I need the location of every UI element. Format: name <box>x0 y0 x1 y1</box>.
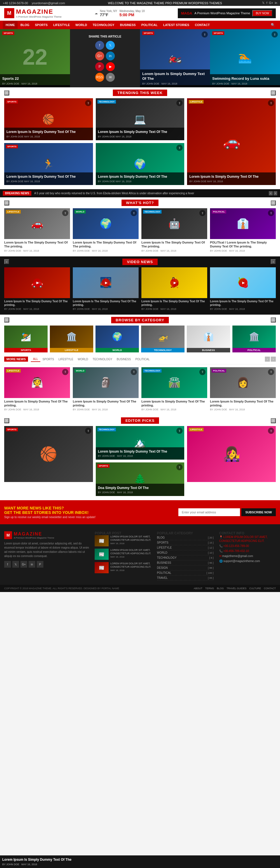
contact-email[interactable]: ✉ magiztheme@gmail.com <box>219 554 276 558</box>
hero-item-3[interactable]: 🏊 SPORTS ⇧ Swimming Record by Luna sukia… <box>210 29 280 87</box>
share-youtube[interactable]: ▶ <box>106 62 115 71</box>
list-item[interactable]: 📰 LOREM IPSUM DOLOR SIT AMET, CONSECTETU… <box>95 549 151 560</box>
list-item[interactable]: 📰 LOREM IPSUM DOLOR SIT AMET, CONSECTETU… <box>95 562 151 573</box>
list-item[interactable]: 👰 LIFESTYLE ⇧ Lorem Ipsum Is Simply Dumm… <box>4 367 70 411</box>
newsletter-email-input[interactable] <box>178 508 240 516</box>
nav-technology[interactable]: TECHNOLOGY <box>90 21 117 29</box>
list-item[interactable]: 🏀 SPORTS ⇧ Lorem Ipsum Is Simply Dummy T… <box>4 426 93 496</box>
trending-share[interactable]: ⇧ <box>177 100 183 106</box>
nav-blog[interactable]: BLOG <box>18 21 32 29</box>
list-item[interactable]: 🤖 TECHNOLOGY ⇧ Lorem Ipsum Is The Simply… <box>142 208 207 252</box>
footer-link-culture[interactable]: CULTURE <box>249 587 261 590</box>
tab-lifestyle[interactable]: LIFESTYLE <box>56 357 75 362</box>
share-facebook[interactable]: f <box>95 41 104 50</box>
trending-share[interactable]: ⇧ <box>85 100 91 106</box>
list-item[interactable]: 💃 ▶ Lorem Ipsum Is The Simply Dummy Text… <box>142 267 207 310</box>
footer-facebook[interactable]: f <box>4 561 11 568</box>
list-item[interactable]: 🏔️ TECHNOLOGY ⇧ Lorem Ipsum Is Simply Du… <box>96 426 185 460</box>
nav-world[interactable]: WORLD <box>72 21 90 29</box>
share-email[interactable]: ✉ <box>106 73 115 82</box>
list-item[interactable]: 👩 POLITICAL ⇧ Lorem Ipsum Is Simply Dumm… <box>210 367 276 411</box>
list-item[interactable]: 🚗 ▶ Lorem Ipsum Is The Simply Dummy Text… <box>4 267 70 310</box>
contact-website[interactable]: 🌐 support@magazintheme.com <box>219 559 276 563</box>
linkedin-icon[interactable]: in <box>275 1 277 5</box>
list-item[interactable]: 🌍 ⇧ Lorem Ipsum Is Simply Dummy Text Of … <box>96 143 185 185</box>
footer-googleplus[interactable]: G+ <box>21 561 27 568</box>
hero-share-2[interactable]: ⇧ <box>201 31 208 37</box>
list-item[interactable]: 🌲 SPORTS ⇧ Doa Simply Dummy Text Of The … <box>96 462 185 496</box>
news-share[interactable]: ⇧ <box>199 369 206 375</box>
list-item[interactable]: 📰 LOREM IPSUM DOLOR SIT AMET, CONSECTETU… <box>95 535 151 547</box>
category-item-travel[interactable]: TRAVEL [ 05 ] <box>157 576 214 581</box>
footer-twitter[interactable]: 𝕏 <box>12 561 19 568</box>
category-sports[interactable]: ⛷️ SPORTS <box>4 326 48 352</box>
category-item-blog[interactable]: BLOG [ 20 ] <box>157 535 214 540</box>
browse-prev[interactable]: ‹ <box>4 317 9 322</box>
list-item[interactable]: 🛣️ TECHNOLOGY ⇧ Lorem Ipsum Is Simply Du… <box>142 367 207 411</box>
category-item-world[interactable]: WORLD [ 10 ] <box>157 550 214 555</box>
category-political[interactable]: 🏛️ POLITICAL <box>232 326 276 352</box>
contact-email-link[interactable]: magiztheme@gmail.com <box>222 555 253 558</box>
category-item-sports[interactable]: SPORTS [ 15 ] <box>157 540 214 545</box>
category-item-political[interactable]: POLITICAL [ 100 ] <box>157 570 214 576</box>
hot-share[interactable]: ⇧ <box>199 210 206 216</box>
hero-item-1[interactable]: 22 SPORTS Sports 22 BY JOHN DOE MAY 16, … <box>0 29 70 87</box>
whats-hot-prev[interactable]: ‹ <box>4 200 9 206</box>
hero-item-2[interactable]: 🏍️ SPORTS ⇧ Lorem Ipsum Is Simply Dummy … <box>140 29 210 87</box>
tab-political[interactable]: POLITICAL <box>133 357 152 362</box>
nav-political[interactable]: POLITICAL <box>138 21 160 29</box>
list-item[interactable]: 🌍 WORLD ⇧ Lorem Ipsum Is The Simply Dumm… <box>73 208 138 252</box>
category-technology[interactable]: 🚁 TECHNOLOGY <box>141 326 185 352</box>
whats-hot-next[interactable]: › <box>271 200 276 206</box>
list-item[interactable]: 🌉 ▶ Lorem Ipsum Is The Simply Dummy Text… <box>73 267 138 310</box>
footer-pinterest[interactable]: P <box>37 561 43 568</box>
editor-next[interactable]: › <box>271 418 276 423</box>
tab-all[interactable]: ALL <box>31 356 40 362</box>
category-item-lifestyle[interactable]: LIFESTYLE [ 12 ] <box>157 545 214 550</box>
news-share[interactable]: ⇧ <box>268 369 274 375</box>
list-item[interactable]: 💻 TECHNOLOGY ⇧ Lorem Ipsum Is Simply Dum… <box>96 98 185 140</box>
list-item[interactable]: 🏀 SPORTS ⇧ Lorem Ipsum Is Simply Dummy T… <box>4 98 93 140</box>
nav-sports[interactable]: SPORTS <box>32 21 51 29</box>
hot-share[interactable]: ⇧ <box>268 210 274 216</box>
list-item[interactable]: 👩‍🎤 LIFESTYLE ⇧ Lorem Ipsum Is Simply Du… <box>187 426 276 496</box>
share-pinterest[interactable]: P <box>95 62 104 71</box>
footer-link-contact[interactable]: CONTACT <box>264 587 276 590</box>
play-button[interactable]: ▶ <box>170 279 179 287</box>
category-item-business[interactable]: BUSINESS [ 95 ] <box>157 560 214 565</box>
search-icon[interactable]: 🔍 <box>269 21 277 29</box>
trending-next[interactable]: › <box>271 90 276 95</box>
googleplus-icon[interactable]: G+ <box>269 1 273 5</box>
twitter-icon[interactable]: 𝕏 <box>262 1 265 5</box>
contact-website-link[interactable]: support@magazintheme.com <box>223 560 260 563</box>
share-linkedin[interactable]: in <box>106 52 115 60</box>
video-prev[interactable]: ‹ <box>4 259 9 264</box>
trending-share[interactable]: ⇧ <box>177 145 183 151</box>
nav-home[interactable]: HOME <box>3 21 18 29</box>
play-button[interactable]: ▶ <box>239 279 247 287</box>
play-button[interactable]: ▶ <box>33 279 41 287</box>
nav-lifestyle[interactable]: LIFESTYLE <box>51 21 72 29</box>
editor-share[interactable]: ⇧ <box>177 428 183 434</box>
footer-link-travel[interactable]: TRAVEL GUIDES <box>226 587 246 590</box>
tab-technology[interactable]: TECHNOLOGY <box>90 357 115 362</box>
footer-link-terms[interactable]: TERMS <box>205 587 214 590</box>
video-next[interactable]: › <box>271 259 276 264</box>
trending-prev[interactable]: ‹ <box>4 90 9 95</box>
more-news-prev[interactable]: ‹ <box>265 356 270 362</box>
nav-latest[interactable]: LATEST STORIES <box>160 21 192 29</box>
list-item[interactable]: 🚗 LIFESTYLE ⇧ Lorem Ipsum Is The Simply … <box>4 208 70 252</box>
editor-prev[interactable]: ‹ <box>4 418 9 423</box>
more-news-next[interactable]: › <box>271 356 276 362</box>
category-business[interactable]: 👔 BUSINESS <box>187 326 230 352</box>
nav-business[interactable]: BUSINESS <box>117 21 138 29</box>
list-item[interactable]: 👔 POLITICAL ⇧ POLiTIcal / Lorem Ipsum Is… <box>210 208 276 252</box>
share-twitter[interactable]: 𝕏 <box>106 41 115 50</box>
editor-share[interactable]: ⇧ <box>268 428 274 434</box>
footer-link-about[interactable]: ABOUT <box>194 587 203 590</box>
breaking-prev[interactable]: ‹ <box>269 191 273 195</box>
nav-contact[interactable]: CONTACT <box>192 21 213 29</box>
breaking-next[interactable]: › <box>274 191 277 195</box>
news-share[interactable]: ⇧ <box>62 369 68 375</box>
news-share[interactable]: ⇧ <box>131 369 137 375</box>
